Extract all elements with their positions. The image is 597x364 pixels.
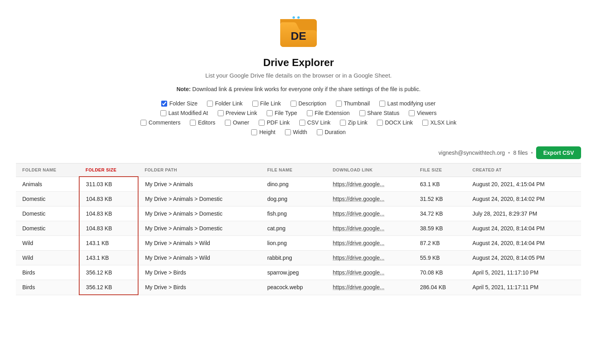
checkbox-description[interactable]: Description (291, 100, 326, 107)
checkbox-zip-link-input[interactable] (340, 120, 346, 126)
cell-download-link[interactable]: https://drive.google... (326, 280, 414, 295)
checkbox-duration[interactable]: Duration (317, 129, 346, 135)
col-header-folder-path: FOLDER PATH (138, 164, 261, 177)
cell-folder-size: 311.03 KB (79, 177, 138, 192)
checkbox-editors[interactable]: Editors (190, 119, 215, 126)
note-text: Note: Download link & preview link works… (176, 86, 420, 92)
checkbox-owner[interactable]: Owner (225, 119, 249, 126)
cell-file-name: rabbit.png (261, 251, 326, 265)
checkbox-docx-link-input[interactable] (377, 120, 383, 126)
table-row: Domestic 104.83 KB My Drive > Animals > … (16, 192, 581, 206)
checkbox-width[interactable]: Width (285, 129, 307, 135)
checkbox-xlsx-link[interactable]: XLSX Link (422, 119, 456, 126)
checkbox-description-input[interactable] (291, 101, 297, 107)
cell-download-link[interactable]: https://drive.google... (326, 221, 414, 236)
checkbox-duration-input[interactable] (317, 129, 323, 135)
checkbox-zip-link[interactable]: Zip Link (340, 119, 367, 126)
cell-file-name: sparrow.jpeg (261, 265, 326, 280)
checkbox-csv-link-input[interactable] (299, 120, 305, 126)
checkbox-folder-size-input[interactable] (161, 101, 167, 107)
checkbox-owner-input[interactable] (225, 120, 231, 126)
cell-folder-name: Domestic (16, 192, 79, 206)
col-header-created-at: CREATED AT (466, 164, 581, 177)
cell-folder-name: Wild (16, 251, 79, 265)
cell-download-link[interactable]: https://drive.google... (326, 251, 414, 265)
checkbox-commenters-input[interactable] (140, 120, 146, 126)
checkbox-file-link-input[interactable] (252, 101, 258, 107)
cell-folder-size: 104.83 KB (79, 192, 138, 206)
cell-file-size: 63.1 KB (414, 177, 466, 192)
cell-download-link[interactable]: https://drive.google... (326, 206, 414, 221)
checkbox-pdf-link-input[interactable] (259, 120, 265, 126)
cell-file-size: 38.59 KB (414, 221, 466, 236)
cell-folder-name: Domestic (16, 221, 79, 236)
checkbox-last-modifying-user-input[interactable] (379, 101, 385, 107)
cell-folder-path: My Drive > Animals > Wild (138, 236, 261, 251)
checkbox-file-type-input[interactable] (267, 110, 273, 116)
checkbox-thumbnail[interactable]: Thumbnail (336, 100, 370, 107)
cell-folder-path: My Drive > Animals > Wild (138, 251, 261, 265)
svg-text:DE: DE (291, 30, 306, 42)
cell-download-link[interactable]: https://drive.google... (326, 177, 414, 192)
toolbar-row: vignesh@syncwithtech.org • 8 files • Exp… (0, 146, 597, 159)
cell-folder-path: My Drive > Birds (138, 265, 261, 280)
checkbox-viewers[interactable]: Viewers (409, 110, 437, 116)
checkbox-editors-input[interactable] (190, 120, 196, 126)
cell-file-name: cat.png (261, 221, 326, 236)
cell-folder-path: My Drive > Animals > Domestic (138, 221, 261, 236)
cell-folder-name: Animals (16, 177, 79, 192)
checkbox-folder-size[interactable]: Folder Size (161, 100, 197, 107)
cell-file-size: 70.08 KB (414, 265, 466, 280)
checkbox-last-modifying-user[interactable]: Last modifying user (379, 100, 435, 107)
cell-created-at: August 20, 2021, 4:15:04 PM (466, 177, 581, 192)
checkbox-pdf-link[interactable]: PDF Link (259, 119, 290, 126)
checkbox-last-modified-at[interactable]: Last Modified At (160, 110, 208, 116)
checkbox-docx-link[interactable]: DOCX Link (377, 119, 413, 126)
cell-download-link[interactable]: https://drive.google... (326, 236, 414, 251)
checkbox-height-input[interactable] (251, 129, 257, 135)
checkbox-commenters[interactable]: Commenters (140, 119, 180, 126)
checkbox-share-status-input[interactable] (359, 110, 365, 116)
cell-folder-size: 104.83 KB (79, 221, 138, 236)
cell-folder-size: 143.1 KB (79, 251, 138, 265)
checkbox-viewers-input[interactable] (409, 110, 415, 116)
svg-point-2 (293, 16, 295, 19)
cell-folder-name: Wild (16, 236, 79, 251)
table-row: Domestic 104.83 KB My Drive > Animals > … (16, 206, 581, 221)
cell-file-name: lion.png (261, 236, 326, 251)
checkbox-row-3: Commenters Editors Owner PDF Link CSV Li… (140, 119, 456, 126)
checkbox-width-input[interactable] (285, 129, 291, 135)
cell-file-name: peacock.webp (261, 280, 326, 295)
checkbox-thumbnail-input[interactable] (336, 101, 342, 107)
cell-folder-size: 356.12 KB (79, 280, 138, 295)
checkbox-file-extension-input[interactable] (307, 110, 313, 116)
checkbox-folder-link[interactable]: Folder Link (207, 100, 242, 107)
checkbox-csv-link[interactable]: CSV Link (299, 119, 330, 126)
cell-folder-size: 104.83 KB (79, 206, 138, 221)
checkbox-file-extension[interactable]: File Extension (307, 110, 350, 116)
checkbox-folder-link-input[interactable] (207, 101, 213, 107)
checkbox-file-link[interactable]: File Link (252, 100, 281, 107)
cell-download-link[interactable]: https://drive.google... (326, 265, 414, 280)
files-table: FOLDER NAME FOLDER SIZE FOLDER PATH FILE… (16, 163, 581, 295)
table-row: Animals 311.03 KB My Drive > Animals din… (16, 177, 581, 192)
checkbox-height[interactable]: Height (251, 129, 275, 135)
cell-folder-name: Birds (16, 280, 79, 295)
cell-folder-size: 356.12 KB (79, 265, 138, 280)
cell-folder-name: Domestic (16, 206, 79, 221)
cell-download-link[interactable]: https://drive.google... (326, 192, 414, 206)
cell-created-at: August 24, 2020, 8:14:02 PM (466, 192, 581, 206)
checkbox-share-status[interactable]: Share Status (359, 110, 400, 116)
checkbox-preview-link-input[interactable] (218, 110, 224, 116)
cell-created-at: August 24, 2020, 8:14:05 PM (466, 251, 581, 265)
app-subtitle: List your Google Drive file details on t… (205, 72, 392, 79)
cell-created-at: April 5, 2021, 11:17:11 PM (466, 280, 581, 295)
checkbox-file-type[interactable]: File Type (267, 110, 297, 116)
checkbox-xlsx-link-input[interactable] (422, 120, 428, 126)
col-header-folder-size: FOLDER SIZE (79, 164, 138, 177)
checkbox-preview-link[interactable]: Preview Link (218, 110, 257, 116)
checkbox-row-2: Last Modified At Preview Link File Type … (160, 110, 437, 116)
export-csv-button[interactable]: Export CSV (536, 146, 581, 159)
checkbox-last-modified-at-input[interactable] (160, 110, 166, 116)
cell-file-name: fish.png (261, 206, 326, 221)
